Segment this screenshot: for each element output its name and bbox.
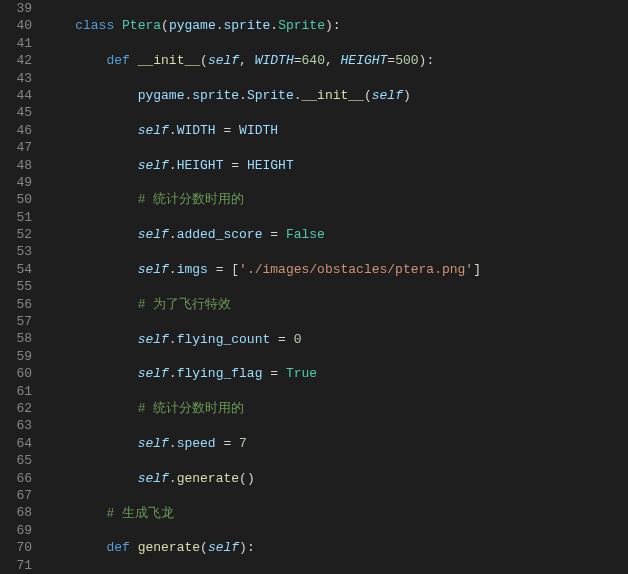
line-number: 57 xyxy=(0,313,32,330)
line-number: 68 xyxy=(0,504,32,521)
line-number: 48 xyxy=(0,157,32,174)
line-number: 45 xyxy=(0,104,32,121)
code-line: self.WIDTH = WIDTH xyxy=(44,122,628,139)
code-line: self.speed = 7 xyxy=(44,435,628,452)
line-number: 50 xyxy=(0,191,32,208)
code-line: self.added_score = False xyxy=(44,226,628,243)
line-number: 39 xyxy=(0,0,32,17)
line-number: 55 xyxy=(0,278,32,295)
code-line: # 统计分数时用的 xyxy=(44,191,628,208)
line-number: 70 xyxy=(0,539,32,556)
line-number: 52 xyxy=(0,226,32,243)
line-number: 64 xyxy=(0,435,32,452)
code-line: self.imgs = ['./images/obstacles/ptera.p… xyxy=(44,261,628,278)
code-line: self.HEIGHT = HEIGHT xyxy=(44,157,628,174)
line-number: 59 xyxy=(0,348,32,365)
line-number: 69 xyxy=(0,522,32,539)
line-number: 47 xyxy=(0,139,32,156)
code-line: self.flying_count = 0 xyxy=(44,331,628,348)
code-line: # 生成飞龙 xyxy=(44,505,628,522)
code-line: self.generate() xyxy=(44,470,628,487)
code-line: # 统计分数时用的 xyxy=(44,400,628,417)
code-line: self.flying_flag = True xyxy=(44,365,628,382)
line-number: 63 xyxy=(0,417,32,434)
code-line: class Ptera(pygame.sprite.Sprite): xyxy=(44,17,628,34)
line-number: 44 xyxy=(0,87,32,104)
line-number: 49 xyxy=(0,174,32,191)
line-number: 67 xyxy=(0,487,32,504)
code-line: def __init__(self, WIDTH=640, HEIGHT=500… xyxy=(44,52,628,69)
line-number: 51 xyxy=(0,209,32,226)
line-number: 56 xyxy=(0,296,32,313)
line-number: 60 xyxy=(0,365,32,382)
code-line: # 为了飞行特效 xyxy=(44,296,628,313)
line-number: 54 xyxy=(0,261,32,278)
line-number: 66 xyxy=(0,470,32,487)
line-number: 43 xyxy=(0,70,32,87)
line-number: 71 xyxy=(0,557,32,574)
code-area[interactable]: class Ptera(pygame.sprite.Sprite): def _… xyxy=(44,0,628,574)
line-number: 46 xyxy=(0,122,32,139)
code-line: def generate(self): xyxy=(44,539,628,556)
line-number: 58 xyxy=(0,330,32,347)
code-line: pygame.sprite.Sprite.__init__(self) xyxy=(44,87,628,104)
line-number: 40 xyxy=(0,17,32,34)
line-number: 42 xyxy=(0,52,32,69)
line-number: 65 xyxy=(0,452,32,469)
line-number: 62 xyxy=(0,400,32,417)
line-number: 61 xyxy=(0,383,32,400)
code-editor[interactable]: 3940414243444546474849505152535455565758… xyxy=(0,0,628,574)
line-number: 41 xyxy=(0,35,32,52)
line-number: 53 xyxy=(0,243,32,260)
line-number-gutter: 3940414243444546474849505152535455565758… xyxy=(0,0,44,574)
